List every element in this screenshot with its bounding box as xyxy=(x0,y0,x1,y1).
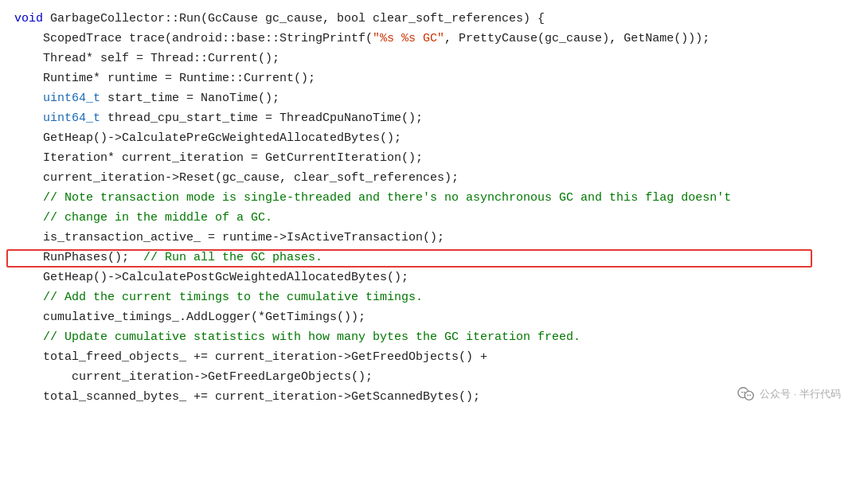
code-token: // change in the middle of a GC. xyxy=(14,209,272,228)
watermark-text: 公众号 · 半行代码 xyxy=(760,386,841,403)
code-token: "%s %s GC" xyxy=(373,29,444,49)
code-token: total_scanned_bytes_ += current_iteratio… xyxy=(14,388,480,407)
code-token: Thread* self = Thread::Current(); xyxy=(14,49,280,68)
code-token: GarbageCollector::Run xyxy=(50,10,201,29)
code-token: // Update cumulative statistics with how… xyxy=(14,328,580,347)
code-token: , PrettyCause(gc_cause), GetName())); xyxy=(444,29,710,49)
line-comment4: // Update cumulative statistics with how… xyxy=(0,328,860,348)
code-token: start_time = NanoTime(); xyxy=(100,89,280,108)
line-1: ScopedTrace trace(android::base::StringP… xyxy=(0,29,860,49)
line-comment1: // Note transaction mode is single-threa… xyxy=(0,189,860,209)
code-token: uint64_t xyxy=(43,109,100,128)
code-token: // Run all the GC phases. xyxy=(143,248,322,268)
code-token: (GcCause gc_cause, bool clear_soft_refer… xyxy=(201,10,545,29)
code-token: Runtime* runtime = Runtime::Current(); xyxy=(14,69,315,88)
code-token: void xyxy=(14,10,50,29)
line-4: uint64_t start_time = NanoTime(); xyxy=(0,89,860,109)
line-6: GetHeap()->CalculatePreGcWeightedAllocat… xyxy=(0,129,860,149)
line-signature: void GarbageCollector::Run(GcCause gc_ca… xyxy=(0,10,860,29)
svg-point-3 xyxy=(744,392,745,393)
code-token: uint64_t xyxy=(43,89,100,108)
line-7: Iteration* current_iteration = GetCurren… xyxy=(0,149,860,169)
code-token: // Add the current timings to the cumula… xyxy=(14,288,423,307)
code-block: void GarbageCollector::Run(GcCause gc_ca… xyxy=(0,0,860,417)
line-14: total_scanned_bytes_ += current_iteratio… xyxy=(0,388,860,408)
code-token: ScopedTrace trace(android::base::StringP… xyxy=(14,29,373,49)
line-3: Runtime* runtime = Runtime::Current(); xyxy=(0,69,860,89)
code-token: Iteration* current_iteration = GetCurren… xyxy=(14,149,423,168)
code-token xyxy=(14,109,43,128)
code-token: GetHeap()->CalculatePreGcWeightedAllocat… xyxy=(14,129,401,148)
line-13: current_iteration->GetFreedLargeObjects(… xyxy=(0,368,860,388)
code-token: thread_cpu_start_time = ThreadCpuNanoTim… xyxy=(100,109,423,128)
line-11: cumulative_timings_.AddLogger(*GetTiming… xyxy=(0,308,860,328)
svg-point-5 xyxy=(749,394,751,396)
line-comment2: // change in the middle of a GC. xyxy=(0,209,860,229)
code-token: GetHeap()->CalculatePostGcWeightedAlloca… xyxy=(14,268,408,287)
code-token: // Note transaction mode is single-threa… xyxy=(14,189,731,208)
wechat-icon xyxy=(737,385,755,403)
line-5: uint64_t thread_cpu_start_time = ThreadC… xyxy=(0,109,860,129)
line-8: current_iteration->Reset(gc_cause, clear… xyxy=(0,169,860,189)
code-token: current_iteration->Reset(gc_cause, clear… xyxy=(14,169,459,188)
line-2: Thread* self = Thread::Current(); xyxy=(0,49,860,69)
watermark: 公众号 · 半行代码 xyxy=(737,385,841,403)
line-runphases: RunPhases(); // Run all the GC phases. xyxy=(0,248,860,268)
code-token: total_freed_objects_ += current_iteratio… xyxy=(14,348,487,367)
line-10: GetHeap()->CalculatePostGcWeightedAlloca… xyxy=(0,268,860,288)
code-token: cumulative_timings_.AddLogger(*GetTiming… xyxy=(14,308,366,327)
code-token xyxy=(14,89,43,108)
svg-point-2 xyxy=(741,392,743,393)
svg-point-1 xyxy=(745,391,753,400)
code-token: current_iteration->GetFreedLargeObjects(… xyxy=(14,368,373,387)
code-token: is_transaction_active_ = runtime->IsActi… xyxy=(14,229,444,248)
svg-point-4 xyxy=(748,394,749,396)
line-9: is_transaction_active_ = runtime->IsActi… xyxy=(0,229,860,248)
line-12: total_freed_objects_ += current_iteratio… xyxy=(0,348,860,368)
code-token: RunPhases(); xyxy=(14,248,143,268)
line-comment3: // Add the current timings to the cumula… xyxy=(0,288,860,308)
